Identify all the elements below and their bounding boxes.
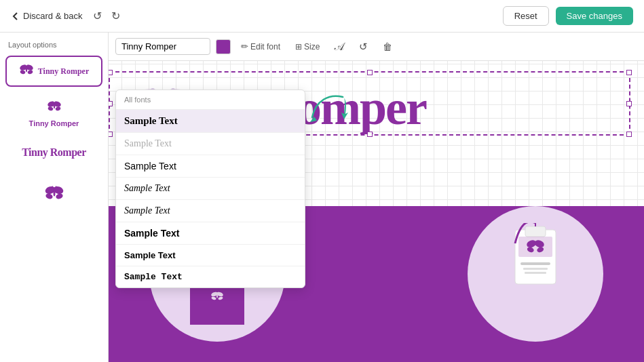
- edit-font-label: Edit font: [250, 42, 280, 52]
- delete-button[interactable]: 🗑: [378, 39, 397, 55]
- topbar-left: Discard & back ↺ ↻: [11, 8, 123, 24]
- sidebar-title: Layout options: [5, 41, 102, 49]
- undo-button[interactable]: ↺: [90, 8, 105, 24]
- svg-point-17: [55, 193, 63, 200]
- redo-button[interactable]: ↻: [109, 8, 123, 24]
- font-option-5[interactable]: Sample Text: [116, 200, 305, 222]
- font-option-4[interactable]: Sample Text: [116, 178, 305, 200]
- font-option-3[interactable]: Sample Text: [116, 155, 305, 178]
- layout-option-2-text: Tinny Romper: [29, 119, 79, 127]
- layout-option-3[interactable]: Tinny Romper: [5, 140, 102, 165]
- handle-bottom-center[interactable]: [367, 132, 373, 137]
- font-toolbar: ✏ Edit font ⊞ Size 𝒜 ↺ 🗑: [109, 33, 644, 61]
- layout-option-2[interactable]: Tinny Romper: [5, 92, 102, 134]
- sidebar: Layout options Tinny Romper: [0, 33, 109, 362]
- handle-bottom-left[interactable]: [109, 132, 113, 137]
- font-option-2[interactable]: Sample Text: [116, 133, 305, 155]
- chevron-left-icon: [11, 12, 20, 21]
- main-layout: Layout options Tinny Romper: [0, 33, 644, 362]
- size-icon: ⊞: [295, 42, 302, 52]
- font-option-8[interactable]: Sample Text: [116, 266, 305, 287]
- svg-point-10: [54, 106, 60, 111]
- size-button[interactable]: ⊞ Size: [290, 39, 324, 54]
- canvas-area: ny Romper: [109, 61, 644, 362]
- svg-point-16: [45, 193, 53, 200]
- layout-option-1-text: Tinny Romper: [38, 66, 89, 77]
- save-changes-button[interactable]: Save changes: [556, 7, 633, 25]
- size-label: Size: [304, 42, 320, 52]
- topbar: Discard & back ↺ ↻ Reset Save changes: [0, 0, 644, 33]
- svg-point-32: [211, 296, 216, 300]
- edit-font-icon: ✏: [241, 41, 248, 52]
- font-name-input[interactable]: [115, 38, 210, 55]
- font-option-1[interactable]: Sample Text: [116, 110, 305, 133]
- discard-label: Discard & back: [23, 11, 82, 21]
- discard-back-button[interactable]: Discard & back: [11, 11, 82, 21]
- svg-rect-44: [523, 268, 548, 270]
- handle-middle-right[interactable]: [626, 101, 632, 106]
- svg-point-3: [27, 69, 33, 75]
- svg-rect-36: [525, 226, 546, 237]
- reset-rotation-icon: ↺: [359, 41, 368, 53]
- font-option-7[interactable]: Sample Text: [116, 245, 305, 266]
- topbar-right: Reset Save changes: [503, 6, 633, 26]
- effects-button[interactable]: 𝒜: [330, 38, 349, 56]
- svg-point-33: [218, 296, 223, 300]
- layout-option-1[interactable]: Tinny Romper: [5, 56, 102, 87]
- svg-point-4: [26, 68, 27, 73]
- content-area: ✏ Edit font ⊞ Size 𝒜 ↺ 🗑: [109, 33, 644, 362]
- handle-middle-left[interactable]: [109, 101, 113, 106]
- svg-point-9: [47, 106, 53, 111]
- svg-rect-45: [525, 272, 546, 274]
- butterfly-icon-2: [45, 99, 64, 117]
- svg-point-11: [53, 104, 54, 109]
- history-buttons: ↺ ↻: [90, 8, 123, 24]
- font-dropdown: All fonts Sample Text Sample Text Sample…: [115, 89, 305, 288]
- butterfly-icon-4: [42, 183, 67, 206]
- svg-point-34: [216, 295, 218, 298]
- effects-icon: 𝒜: [335, 41, 344, 53]
- trash-icon: 🗑: [383, 41, 392, 52]
- handle-top-left[interactable]: [109, 70, 113, 75]
- edit-font-button[interactable]: ✏ Edit font: [236, 39, 285, 54]
- layout-option-4[interactable]: [5, 171, 102, 218]
- reset-button[interactable]: Reset: [503, 6, 549, 26]
- svg-rect-43: [520, 262, 550, 265]
- layout-option-3-text: Tinny Romper: [22, 146, 86, 159]
- badge-circle: [468, 206, 603, 342]
- butterfly-icon-1: [19, 62, 34, 80]
- svg-rect-38: [518, 237, 552, 257]
- handle-top-right[interactable]: [626, 70, 632, 75]
- handle-top-center[interactable]: [367, 70, 373, 75]
- handle-bottom-right[interactable]: [626, 132, 632, 137]
- font-option-6[interactable]: Sample Text: [116, 222, 305, 245]
- svg-point-2: [20, 69, 26, 75]
- dropdown-header: All fonts: [116, 90, 305, 110]
- svg-point-18: [53, 190, 55, 197]
- color-swatch[interactable]: [216, 39, 231, 54]
- reset-rotation-button[interactable]: ↺: [354, 38, 373, 56]
